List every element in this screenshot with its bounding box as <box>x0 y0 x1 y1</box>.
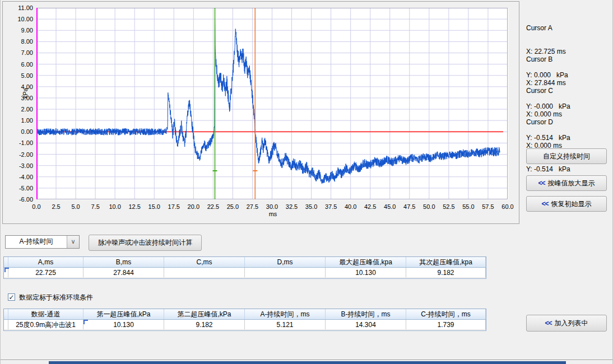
table-header-cell: B-持续时间，ms <box>326 309 406 319</box>
custom-duration-button[interactable]: 自定义持续时间 <box>526 148 607 164</box>
y-tick-label: -1.00 <box>10 139 33 146</box>
x-tick-label: 47.5 <box>400 203 420 210</box>
x-tick-label: 25.0 <box>222 203 243 210</box>
x-tick-label: 45.0 <box>380 203 400 210</box>
x-tick-label: 10.0 <box>105 203 125 210</box>
y-tick-label: 0.00 <box>10 128 33 135</box>
restore-view-label: 恢复初始显示 <box>551 199 592 209</box>
table-row: 22.72527.84410.1309.182 <box>4 268 486 278</box>
cursor-a-title: Cursor A <box>526 24 610 32</box>
table-header-cell: 其次超压峰值,kpa <box>406 257 486 267</box>
table-cell[interactable]: 22.725 <box>8 268 83 278</box>
y-tick-label: -6.00 <box>10 196 33 203</box>
table-header-cell: C-持续时间，ms <box>406 309 486 319</box>
table-cell[interactable]: 25度0.9m高冲击波1 <box>8 320 83 330</box>
chevrons-left-icon: << <box>538 179 545 187</box>
x-tick-label: 17.5 <box>164 203 184 210</box>
x-tick-label: 7.5 <box>85 203 105 210</box>
table-header-stub <box>4 257 8 267</box>
add-to-list-button[interactable]: << 加入列表中 <box>526 315 607 332</box>
table-header-cell: C,ms <box>164 257 245 267</box>
y-tick-label: 11.00 <box>10 4 33 11</box>
table-header-cell: B,ms <box>83 257 164 267</box>
table-cell[interactable] <box>245 268 326 278</box>
x-tick-label: 12.5 <box>124 203 145 210</box>
duration-type-value: A-持续时间 <box>6 236 67 248</box>
checkmark-icon: ✓ <box>8 293 14 301</box>
table-header-cell: D,ms <box>245 257 326 267</box>
chevrons-left-icon: << <box>545 319 551 327</box>
x-tick-label: 55.0 <box>458 203 479 210</box>
x-tick-label: 30.0 <box>262 203 282 210</box>
x-tick-label: 32.5 <box>282 203 302 210</box>
duration-calc-label: 脉冲噪声或冲击波持续时间计算 <box>98 238 192 248</box>
cursor-c-title: Cursor C <box>526 87 610 95</box>
table-cell[interactable]: 9.182 <box>406 268 486 278</box>
x-tick-label: 40.0 <box>341 203 361 210</box>
duration-calc-button[interactable]: 脉冲噪声或冲击波持续时间计算 <box>89 235 202 251</box>
zoom-to-peak-button[interactable]: << 按峰值放大显示 <box>526 175 607 191</box>
waveform-plot[interactable] <box>36 8 508 199</box>
y-axis-label: kPa <box>22 88 29 99</box>
restore-view-button[interactable]: << 恢复初始显示 <box>526 196 607 212</box>
x-tick-label: 0.0 <box>26 203 47 210</box>
y-tick-label: -3.00 <box>10 162 33 169</box>
y-tick-label: -2.00 <box>10 151 33 158</box>
table-cell[interactable]: 14.304 <box>326 320 406 330</box>
table-row-stub[interactable] <box>4 320 8 330</box>
table-header-cell: 第二超压峰值,kPa <box>164 309 245 319</box>
y-tick-label: 10.00 <box>10 16 33 22</box>
zoom-to-peak-label: 按峰值放大显示 <box>548 179 595 188</box>
y-tick-label: 9.00 <box>10 27 33 34</box>
x-tick-label: 2.5 <box>46 203 66 210</box>
x-tick-label: 57.5 <box>478 203 498 210</box>
app-window: 11.0010.009.008.007.006.005.004.003.002.… <box>0 0 613 364</box>
standard-conditions-checkbox[interactable]: ✓ <box>8 293 15 301</box>
chevron-down-icon[interactable]: ∨ <box>67 236 79 248</box>
table-header-row: 数据-通道第一超压峰值,kPa第二超压峰值,kPaA-持续时间，msB-持续时间… <box>4 309 486 320</box>
cell-selection-mark <box>83 320 88 324</box>
chevrons-left-icon: << <box>541 200 548 208</box>
pressure-waveform <box>36 18 500 184</box>
x-tick-label: 20.0 <box>183 203 203 210</box>
x-tick-label: 22.5 <box>203 203 223 210</box>
table-row: 25度0.9m高冲击波110.1309.1825.12114.3041.739 <box>4 320 486 330</box>
x-tick-label: 50.0 <box>419 203 439 210</box>
y-tick-label: 3.00 <box>10 95 33 101</box>
x-tick-label: 35.0 <box>301 203 322 210</box>
x-tick-label: 15.0 <box>144 203 164 210</box>
y-tick-label: 7.00 <box>10 49 33 56</box>
table-cell[interactable]: 27.844 <box>83 268 164 278</box>
table-header-row: A,msB,msC,msD,ms最大超压峰值,kpa其次超压峰值,kpa <box>4 257 486 268</box>
y-tick-label: 2.00 <box>10 106 33 113</box>
channel-summary-table: 数据-通道第一超压峰值,kPa第二超压峰值,kPaA-持续时间，msB-持续时间… <box>3 309 486 331</box>
custom-duration-label: 自定义持续时间 <box>543 152 590 161</box>
y-tick-label: -5.00 <box>10 185 33 192</box>
standard-conditions-label: 数据定标于标准环境条件 <box>19 293 93 302</box>
table-cell[interactable]: 9.182 <box>164 320 245 330</box>
x-tick-label: 37.5 <box>321 203 341 210</box>
table-cell[interactable]: 1.739 <box>406 320 486 330</box>
x-axis-label: ms <box>266 211 280 217</box>
table-header-cell: 数据-通道 <box>8 309 83 319</box>
table-header-cell: 最大超压峰值,kpa <box>326 257 406 267</box>
table-header-stub <box>4 309 8 319</box>
x-tick-label: 52.5 <box>439 203 459 210</box>
table-cell[interactable] <box>164 268 245 278</box>
cursor-d-title: Cursor D <box>526 118 610 126</box>
cursor-b-title: Cursor B <box>526 55 610 63</box>
add-to-list-label: 加入列表中 <box>555 319 588 328</box>
table-cell[interactable]: 5.121 <box>245 320 326 330</box>
x-tick-label: 27.5 <box>242 203 262 210</box>
bottom-divider-highlight <box>1 360 613 361</box>
table-cell[interactable]: 10.130 <box>326 268 406 278</box>
y-tick-label: 4.00 <box>10 83 33 90</box>
bottom-window-edge <box>49 361 566 364</box>
table-cell[interactable]: 10.130 <box>83 320 164 330</box>
x-tick-label: 60.0 <box>498 203 518 210</box>
table-header-cell: A-持续时间，ms <box>245 309 326 319</box>
cursor-results-table: A,msB,msC,msD,ms最大超压峰值,kpa其次超压峰值,kpa22.7… <box>3 256 486 279</box>
y-tick-label: 6.00 <box>10 61 33 68</box>
y-tick-label: 8.00 <box>10 38 33 45</box>
duration-type-select[interactable]: A-持续时间 ∨ <box>5 235 80 249</box>
